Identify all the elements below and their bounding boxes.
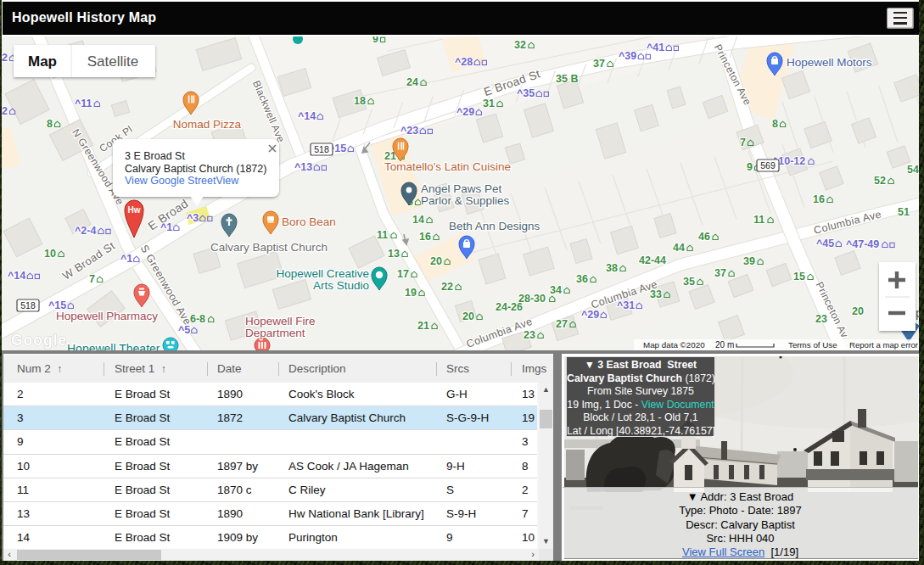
svg-text:569: 569 bbox=[760, 160, 776, 171]
svg-text:518: 518 bbox=[314, 144, 329, 154]
svg-text:^14: ^14 bbox=[8, 270, 25, 282]
svg-text:Hopewell Pharmacy: Hopewell Pharmacy bbox=[56, 310, 158, 322]
svg-text:18: 18 bbox=[354, 95, 366, 107]
svg-text:35: 35 bbox=[683, 276, 695, 288]
svg-text:^28: ^28 bbox=[455, 56, 473, 68]
svg-text:^1: ^1 bbox=[120, 253, 132, 265]
svg-text:^1: ^1 bbox=[160, 221, 172, 233]
svg-text:Parlor & Supplies: Parlor & Supplies bbox=[421, 194, 510, 207]
svg-text:36: 36 bbox=[576, 273, 588, 285]
svg-text:^13: ^13 bbox=[294, 161, 312, 173]
svg-text:8: 8 bbox=[772, 118, 778, 130]
svg-text:Department: Department bbox=[245, 327, 305, 339]
svg-text:2: 2 bbox=[2, 105, 8, 117]
svg-text:11: 11 bbox=[377, 229, 388, 241]
svg-text:11: 11 bbox=[753, 214, 764, 226]
svg-text:19: 19 bbox=[405, 287, 417, 299]
svg-text:52: 52 bbox=[874, 175, 886, 187]
svg-text:Map data ©2020: Map data ©2020 bbox=[643, 340, 705, 350]
svg-text:Map: Map bbox=[28, 53, 57, 70]
svg-text:^29: ^29 bbox=[456, 106, 474, 118]
svg-text:7: 7 bbox=[740, 137, 746, 148]
svg-text:p: p bbox=[916, 305, 919, 320]
svg-text:Google: Google bbox=[11, 332, 67, 349]
svg-text:Arts Studio: Arts Studio bbox=[313, 279, 369, 292]
svg-text:39: 39 bbox=[743, 255, 755, 267]
svg-text:View Google StreetView: View Google StreetView bbox=[125, 175, 239, 187]
svg-text:14: 14 bbox=[412, 214, 424, 226]
svg-text:3 E Broad St: 3 E Broad St bbox=[125, 150, 185, 162]
svg-text:32: 32 bbox=[514, 39, 526, 51]
svg-text:46: 46 bbox=[698, 231, 710, 243]
svg-text:2: 2 bbox=[2, 52, 8, 64]
svg-text:34: 34 bbox=[550, 284, 562, 296]
svg-text:9: 9 bbox=[372, 36, 378, 45]
svg-text:10: 10 bbox=[44, 248, 56, 260]
svg-text:23: 23 bbox=[815, 313, 827, 325]
svg-text:38: 38 bbox=[606, 262, 618, 274]
svg-text:20: 20 bbox=[852, 305, 864, 317]
svg-text:35 B: 35 B bbox=[556, 73, 578, 85]
svg-text:9: 9 bbox=[747, 161, 753, 173]
svg-text:Nomad Pizza: Nomad Pizza bbox=[173, 118, 242, 131]
svg-text:^47-49: ^47-49 bbox=[846, 238, 879, 250]
svg-text:44: 44 bbox=[673, 242, 685, 254]
svg-text:23: 23 bbox=[524, 329, 535, 341]
svg-text:24-26: 24-26 bbox=[496, 301, 523, 313]
svg-text:518: 518 bbox=[20, 300, 36, 310]
svg-text:51: 51 bbox=[898, 206, 910, 218]
svg-text:Boro Bean: Boro Bean bbox=[282, 215, 336, 228]
svg-text:Hopewell Fire: Hopewell Fire bbox=[245, 315, 316, 327]
svg-text:22: 22 bbox=[441, 281, 453, 293]
svg-text:33: 33 bbox=[650, 288, 662, 300]
svg-text:20 m: 20 m bbox=[715, 340, 734, 350]
svg-text:21: 21 bbox=[417, 320, 429, 332]
svg-text:^2-4: ^2-4 bbox=[75, 225, 96, 237]
svg-text:37: 37 bbox=[714, 267, 726, 279]
svg-text:15: 15 bbox=[793, 271, 805, 282]
svg-text:Hopewell Creative: Hopewell Creative bbox=[276, 267, 369, 280]
svg-text:Terms of Use: Terms of Use bbox=[788, 340, 837, 350]
svg-text:^5: ^5 bbox=[178, 324, 190, 336]
svg-text:Hopewell Motors: Hopewell Motors bbox=[787, 56, 872, 69]
svg-text:42-44: 42-44 bbox=[639, 255, 666, 266]
svg-text:8: 8 bbox=[47, 118, 53, 130]
svg-text:^23: ^23 bbox=[400, 125, 418, 137]
svg-text:^39: ^39 bbox=[619, 50, 636, 62]
svg-text:Hopewell Theater: Hopewell Theater bbox=[67, 342, 160, 350]
svg-text:20: 20 bbox=[430, 255, 442, 267]
svg-text:^35: ^35 bbox=[517, 87, 535, 99]
svg-text:^11: ^11 bbox=[75, 98, 92, 109]
svg-text:6-8: 6-8 bbox=[190, 313, 205, 325]
svg-text:Report a map error: Report a map error bbox=[849, 340, 919, 350]
svg-text:Satellite: Satellite bbox=[87, 53, 138, 70]
svg-text:13: 13 bbox=[388, 248, 400, 260]
svg-text:Beth Ann Designs: Beth Ann Designs bbox=[449, 220, 540, 232]
svg-text:^3: ^3 bbox=[187, 212, 199, 224]
svg-text:Calvary Baptist Church (1872): Calvary Baptist Church (1872) bbox=[125, 163, 266, 175]
svg-text:Tomatello's Latin Cuisine: Tomatello's Latin Cuisine bbox=[384, 160, 511, 173]
svg-text:^31: ^31 bbox=[617, 299, 635, 311]
svg-text:^41: ^41 bbox=[647, 42, 664, 53]
svg-text:^14: ^14 bbox=[298, 110, 316, 122]
svg-text:54: 54 bbox=[907, 164, 919, 176]
svg-text:20: 20 bbox=[462, 310, 474, 322]
svg-text:Angel Paws Pet: Angel Paws Pet bbox=[421, 182, 502, 195]
svg-text:17: 17 bbox=[397, 268, 409, 280]
svg-text:Calvary Baptist Church: Calvary Baptist Church bbox=[210, 241, 328, 254]
svg-text:Hw: Hw bbox=[128, 205, 141, 215]
svg-text:31: 31 bbox=[483, 98, 495, 109]
svg-text:7: 7 bbox=[89, 273, 95, 285]
svg-text:24: 24 bbox=[406, 76, 418, 88]
svg-text:37: 37 bbox=[593, 58, 605, 70]
svg-text:27: 27 bbox=[556, 318, 568, 330]
svg-text:16: 16 bbox=[813, 193, 825, 205]
svg-text:^29: ^29 bbox=[581, 309, 599, 321]
svg-text:16: 16 bbox=[419, 231, 431, 243]
svg-text:^45: ^45 bbox=[816, 238, 834, 249]
